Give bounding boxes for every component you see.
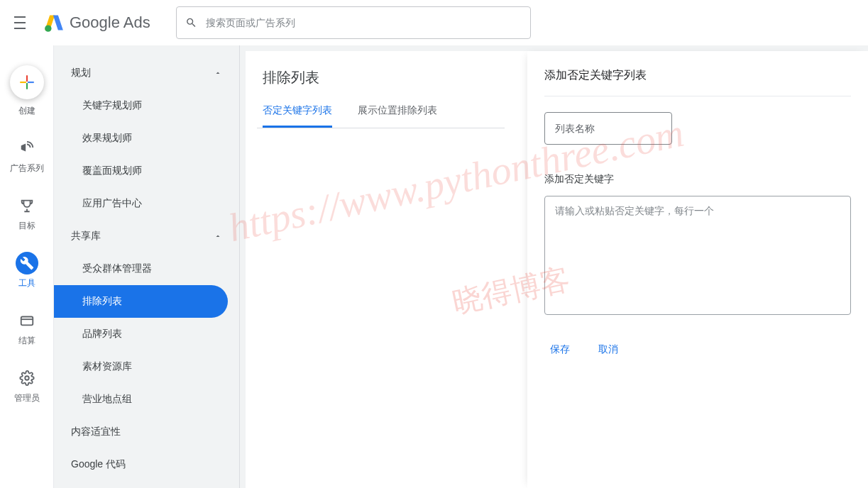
nav-item[interactable]: 效果规划师 xyxy=(54,122,228,155)
rail-tools-label: 工具 xyxy=(18,277,35,289)
content: 排除列表 否定关键字列表展示位置排除列表 https://www.pythont… xyxy=(246,51,527,488)
nav-item[interactable]: 排除列表 xyxy=(54,285,228,318)
svg-point-7 xyxy=(25,376,29,380)
secondary-sidebar: 规划关键字规划师效果规划师覆盖面规划师应用广告中心共享库受众群体管理器排除列表品… xyxy=(54,45,240,488)
nav-item[interactable]: 应用广告中心 xyxy=(54,187,228,220)
main-area: 排除列表 否定关键字列表展示位置排除列表 https://www.pythont… xyxy=(246,51,868,488)
tabs: 否定关键字列表展示位置排除列表 xyxy=(257,104,505,128)
nav-section-header[interactable]: 共享库 xyxy=(54,220,239,253)
rail-billing-label: 结算 xyxy=(18,335,35,347)
svg-rect-3 xyxy=(26,83,27,89)
svg-rect-5 xyxy=(21,317,33,326)
nav-section-header[interactable]: 内容适宜性 xyxy=(54,416,239,448)
panel-section-label: 添加否定关键字 xyxy=(544,173,851,186)
nav-item[interactable]: 素材资源库 xyxy=(54,350,228,383)
rail-create[interactable]: 创建 xyxy=(10,58,44,117)
nav-item[interactable]: 营业地点组 xyxy=(54,383,228,416)
nav-rail: 创建 广告系列 目标 工具 结算 管理员 xyxy=(0,45,54,488)
header: Google Ads xyxy=(0,0,868,45)
svg-rect-2 xyxy=(28,82,34,83)
rail-goals[interactable]: 目标 xyxy=(16,194,38,232)
rail-create-label: 创建 xyxy=(18,105,35,117)
rail-admin-label: 管理员 xyxy=(14,392,40,404)
search-input[interactable] xyxy=(206,17,522,28)
tab[interactable]: 否定关键字列表 xyxy=(263,104,332,128)
logo[interactable]: Google Ads xyxy=(44,13,150,33)
rail-campaigns-label: 广告系列 xyxy=(10,162,44,174)
svg-rect-1 xyxy=(26,75,27,82)
trophy-icon xyxy=(19,198,35,214)
svg-rect-4 xyxy=(20,82,26,83)
search-box[interactable] xyxy=(176,6,531,39)
tools-icon xyxy=(20,256,34,270)
chevron-up-icon xyxy=(214,232,222,240)
cancel-button[interactable]: 取消 xyxy=(598,343,618,356)
create-button[interactable] xyxy=(10,65,44,99)
nav-item[interactable]: 品牌列表 xyxy=(54,318,228,350)
gear-icon xyxy=(19,370,35,386)
rail-admin[interactable]: 管理员 xyxy=(14,367,40,404)
plus-icon xyxy=(18,73,36,92)
rail-campaigns[interactable]: 广告系列 xyxy=(10,137,44,174)
search-icon xyxy=(185,16,197,29)
nav-item[interactable]: 关键字规划师 xyxy=(54,89,228,122)
card-icon xyxy=(19,313,35,328)
keywords-textarea[interactable] xyxy=(544,196,851,315)
list-name-input[interactable] xyxy=(544,112,672,145)
nav-section-header[interactable]: Google 代码 xyxy=(54,448,239,481)
rail-goals-label: 目标 xyxy=(18,220,35,232)
nav-section-header[interactable]: 规划 xyxy=(54,57,239,89)
nav-item[interactable]: 受众群体管理器 xyxy=(54,253,228,285)
hamburger-menu-icon[interactable] xyxy=(11,16,28,29)
nav-item[interactable]: 覆盖面规划师 xyxy=(54,155,228,187)
page-title: 排除列表 xyxy=(257,68,505,87)
panel-title: 添加否定关键字列表 xyxy=(544,68,851,96)
rail-billing[interactable]: 结算 xyxy=(16,309,38,347)
rail-tools[interactable]: 工具 xyxy=(16,252,38,289)
chevron-up-icon xyxy=(214,69,222,77)
megaphone-icon xyxy=(19,140,35,156)
ads-logo-icon xyxy=(44,13,64,33)
svg-point-0 xyxy=(45,26,51,32)
tab[interactable]: 展示位置排除列表 xyxy=(358,104,437,128)
logo-text: Google Ads xyxy=(70,13,150,32)
save-button[interactable]: 保存 xyxy=(550,343,570,356)
side-panel: 添加否定关键字列表 添加否定关键字 保存 取消 xyxy=(527,51,868,488)
panel-actions: 保存 取消 xyxy=(544,315,851,356)
